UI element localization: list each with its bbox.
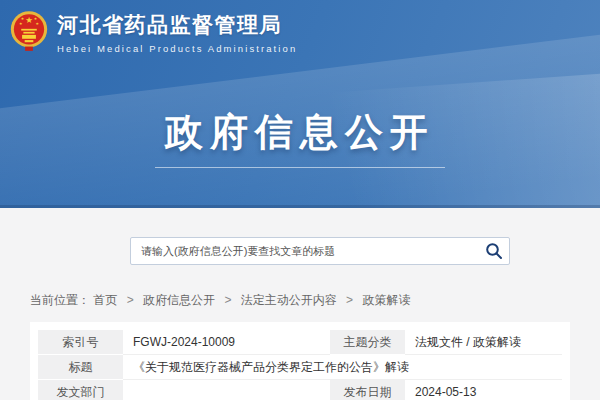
title-label: 标题	[38, 355, 123, 380]
title-value: 《关于规范医疗器械产品分类界定工作的公告》解读	[123, 355, 562, 380]
svg-text:★: ★	[35, 21, 39, 26]
publish-date-label: 发布日期	[330, 380, 405, 400]
breadcrumb-policy-interpretation[interactable]: 政策解读	[362, 293, 410, 307]
page-title: 政府信息公开	[165, 112, 435, 154]
breadcrumb-separator: >	[224, 293, 231, 307]
site-logo-link[interactable]: ★ ★ ★ ★ ★ 河北省药品监督管理局 Hebei Medical Produ…	[10, 8, 297, 54]
hero-bottom-edge	[0, 205, 600, 208]
breadcrumb-prefix: 当前位置：	[30, 293, 90, 307]
breadcrumb-separator: >	[127, 293, 134, 307]
search-button[interactable]	[485, 242, 503, 260]
china-national-emblem-icon: ★ ★ ★ ★ ★	[10, 8, 48, 54]
document-meta-table: 索引号 FGWJ-2024-10009 主题分类 法规文件 / 政策解读 标题 …	[38, 330, 562, 400]
issuing-dept-value	[123, 380, 330, 400]
breadcrumb-gov-info[interactable]: 政府信息公开	[143, 293, 215, 307]
search-input[interactable]	[130, 237, 510, 265]
site-title-zh: 河北省药品监督管理局	[57, 12, 297, 38]
page: ★ ★ ★ ★ ★ 河北省药品监督管理局 Hebei Medical Produ…	[0, 0, 600, 400]
svg-text:★: ★	[25, 15, 33, 25]
index-number-label: 索引号	[38, 330, 123, 355]
document-meta-card: 索引号 FGWJ-2024-10009 主题分类 法规文件 / 政策解读 标题 …	[30, 322, 570, 400]
section-banner: 政府信息公开	[0, 112, 600, 168]
issuing-dept-label: 发文部门	[38, 380, 123, 400]
site-title-en: Hebei Medical Products Administration	[57, 43, 297, 54]
breadcrumb-home[interactable]: 首页	[93, 293, 117, 307]
topic-category-value: 法规文件 / 政策解读	[405, 330, 562, 355]
search-bar	[130, 237, 510, 265]
topic-category-label: 主题分类	[330, 330, 405, 355]
publish-date-value: 2024-05-13	[405, 380, 562, 400]
index-number-value: FGWJ-2024-10009	[123, 330, 330, 355]
svg-text:★: ★	[19, 21, 23, 26]
breadcrumb-statutory-disclosure[interactable]: 法定主动公开内容	[241, 293, 337, 307]
search-icon	[485, 242, 503, 260]
breadcrumb-separator: >	[346, 293, 353, 307]
hero-banner: ★ ★ ★ ★ ★ 河北省药品监督管理局 Hebei Medical Produ…	[0, 0, 600, 208]
site-title-block: 河北省药品监督管理局 Hebei Medical Products Admini…	[57, 8, 297, 54]
banner-underline	[155, 167, 445, 168]
breadcrumb: 当前位置： 首页 > 政府信息公开 > 法定主动公开内容 > 政策解读	[30, 292, 410, 309]
